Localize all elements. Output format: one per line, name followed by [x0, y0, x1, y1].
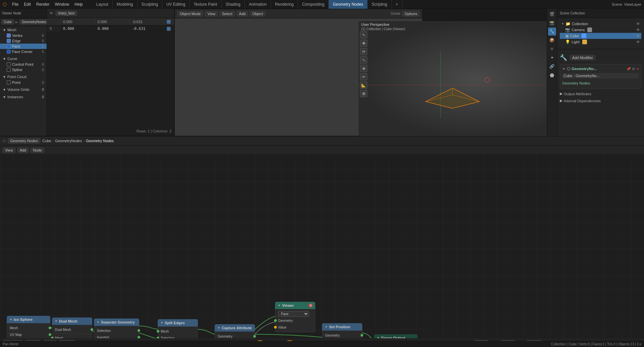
physics-props-icon[interactable]: ⚛ — [548, 45, 556, 53]
internal-deps-section[interactable]: ▶ Internal Dependencies — [560, 97, 641, 104]
dual-mesh-out-socket[interactable] — [91, 328, 93, 331]
tab-sculpting[interactable]: Sculpting — [138, 0, 162, 9]
tab-modeling[interactable]: Modeling — [113, 0, 138, 9]
setpos-geo-out-socket[interactable] — [361, 334, 363, 337]
tab-compositing[interactable]: Compositing — [298, 0, 329, 9]
camera-item[interactable]: 📷 Camera 👁 — [560, 27, 641, 33]
tab-layout[interactable]: Layout — [92, 0, 113, 9]
mesh-category[interactable]: ▼ Mesh — [0, 27, 47, 33]
collection-eye-icon[interactable]: 👁 — [636, 22, 640, 26]
face-corner-item[interactable]: Face Corner 5 — [0, 49, 47, 54]
checkbox-0[interactable] — [167, 27, 171, 31]
scale-tool[interactable]: ⤡ — [360, 56, 367, 64]
view-menu-node[interactable]: View — [3, 148, 15, 153]
camera-eye-icon[interactable]: 👁 — [636, 28, 640, 32]
volume-category[interactable]: ▼ Volume Grids 0 — [0, 86, 47, 93]
object-dropdown[interactable]: Cube — [1, 19, 14, 24]
tab-uv-editing[interactable]: UV Editing — [162, 0, 190, 9]
menu-help[interactable]: Help — [72, 0, 86, 9]
cube-eye-icon[interactable]: 👁 — [636, 34, 640, 38]
menu-edit[interactable]: Edit — [21, 0, 34, 9]
tab-geometry-nodes[interactable]: Geometry Nodes — [329, 0, 368, 9]
add-tool[interactable]: ⊞ — [360, 90, 367, 97]
tab-scripting[interactable]: Scripting — [368, 0, 392, 9]
modifier-pin-icon[interactable]: 📌 — [627, 67, 631, 71]
control-point-item[interactable]: Control Point 0 — [0, 62, 47, 67]
modifier-settings-icon[interactable]: ⚙ — [632, 67, 635, 71]
constraints-icon[interactable]: 🔗 — [548, 62, 556, 70]
rotate-tool[interactable]: ⟳ — [360, 48, 367, 55]
modifier-expand[interactable]: ▼ — [562, 67, 566, 71]
group-output-node[interactable]: ▼ Group Output Geometry — [374, 334, 418, 338]
curve-category[interactable]: ▼ Curve — [0, 56, 47, 62]
attr-viewer-dropdown[interactable]: sharp_face — [56, 11, 77, 16]
set-position-node[interactable]: ▼ Set Position Geometry Geometry Selecti… — [322, 323, 362, 338]
tab-add[interactable]: + — [392, 0, 402, 9]
node-dropdown[interactable]: GeometryNodes — [19, 19, 49, 24]
split-mesh-in-socket[interactable] — [157, 330, 159, 333]
output-attributes-section[interactable]: ▶ Output Attributes — [560, 90, 641, 97]
capture-attribute-node[interactable]: ▼ Capture Attribute Geometry Value Vecto… — [215, 324, 255, 338]
capture-geo-out-socket[interactable] — [253, 335, 256, 338]
point-cloud-category[interactable]: ▼ Point Cloud — [0, 74, 47, 80]
view-menu-btn[interactable]: View — [205, 11, 218, 16]
vertex-item[interactable]: Vertex 5 — [0, 33, 47, 38]
viewer-val-in-socket[interactable] — [274, 326, 277, 329]
move-tool[interactable]: ✥ — [360, 40, 367, 47]
add-menu-btn[interactable]: Add — [237, 11, 248, 16]
face-item[interactable]: Face 1 — [0, 44, 47, 49]
checkbox-header[interactable] — [167, 20, 171, 24]
options-btn[interactable]: Options — [402, 11, 420, 16]
split-edges-node[interactable]: ▼ Split Edges Mesh Selection — [158, 319, 198, 338]
ico-sphere-node[interactable]: ▼ Ico Sphere Mesh UV Map Radius — [7, 316, 50, 338]
ico-uv-socket[interactable] — [49, 333, 51, 336]
transform-tool[interactable]: ⊕ — [360, 65, 367, 72]
collection-item[interactable]: ▼ 📁 Collection 👁 — [560, 21, 641, 27]
node-canvas[interactable]: ▼ Ico Sphere Mesh UV Map Radius — [0, 155, 644, 338]
sep-geo-inv-socket[interactable] — [138, 336, 140, 338]
node-editor-type[interactable]: Geometry Nodes — [8, 138, 40, 143]
select-menu-btn[interactable]: Select — [220, 11, 235, 16]
annotate-tool[interactable]: ✏ — [360, 73, 367, 80]
instances-category[interactable]: ▼ Instances 0 — [0, 94, 47, 100]
object-menu-btn[interactable]: Object — [250, 11, 265, 16]
dual-mesh-node[interactable]: ▼ Dual Mesh Dual Mesh Mesh Keep Boundari… — [52, 317, 92, 338]
node-menu-node[interactable]: Node — [31, 148, 44, 153]
point-item[interactable]: Point 0 — [0, 80, 47, 85]
ico-mesh-socket[interactable] — [49, 327, 51, 329]
sep-geo-sel-socket[interactable] — [138, 329, 140, 332]
separate-geometry-node[interactable]: ▼ Separate Geometry Selection Inverted F… — [94, 319, 139, 338]
render-props-icon[interactable]: 📸 — [548, 19, 556, 27]
menu-render[interactable]: Render — [34, 0, 52, 9]
tab-shading[interactable]: Shading — [222, 0, 245, 9]
output-attrs-label: Output Attributes — [564, 92, 591, 96]
geonodes-breadcrumb-node[interactable]: GeometryNodes — [55, 139, 82, 143]
modifier-close-btn[interactable]: ✕ — [636, 67, 639, 71]
light-eye-icon[interactable]: 👁 — [636, 40, 640, 44]
object-mode-dropdown[interactable]: Object Mode — [177, 11, 203, 16]
viewer-node[interactable]: ▼ Viewer ✕ Face Vertex Geometry Value — [275, 302, 315, 332]
viewer-close-btn[interactable]: ✕ — [309, 303, 313, 307]
menu-window[interactable]: Window — [52, 0, 72, 9]
cube-breadcrumb-node[interactable]: Cube — [42, 139, 51, 143]
material-icon[interactable]: ⬤ — [548, 71, 556, 79]
particles-icon[interactable]: ✦ — [548, 54, 556, 62]
tab-texture-paint[interactable]: Texture Paint — [190, 0, 222, 9]
spline-item[interactable]: Spline 0 — [0, 67, 47, 72]
light-item[interactable]: 💡 Light 👁 — [560, 39, 641, 45]
select-tool[interactable]: ↖ — [360, 31, 367, 39]
menu-file[interactable]: File — [9, 0, 21, 9]
viewer-geo-in-socket[interactable] — [274, 319, 277, 322]
add-menu-node[interactable]: Add — [17, 148, 29, 153]
tab-rendering[interactable]: Rendering — [271, 0, 298, 9]
scene-props-icon[interactable]: 🎬 — [548, 10, 556, 18]
add-modifier-btn[interactable]: Add Modifier — [570, 55, 595, 60]
object-props-icon[interactable]: 📦 — [548, 36, 556, 44]
cube-item[interactable]: ▣ Cube 👁 — [560, 33, 641, 39]
edge-item[interactable]: Edge 5 — [0, 38, 47, 44]
node-editor-icon: ⬡ — [3, 139, 6, 143]
tab-animation[interactable]: Animation — [245, 0, 271, 9]
measure-tool[interactable]: 📐 — [360, 81, 367, 89]
modifier-props-icon[interactable]: 🔧 — [548, 27, 556, 36]
viewer-domain-select[interactable]: Face Vertex — [278, 311, 309, 317]
